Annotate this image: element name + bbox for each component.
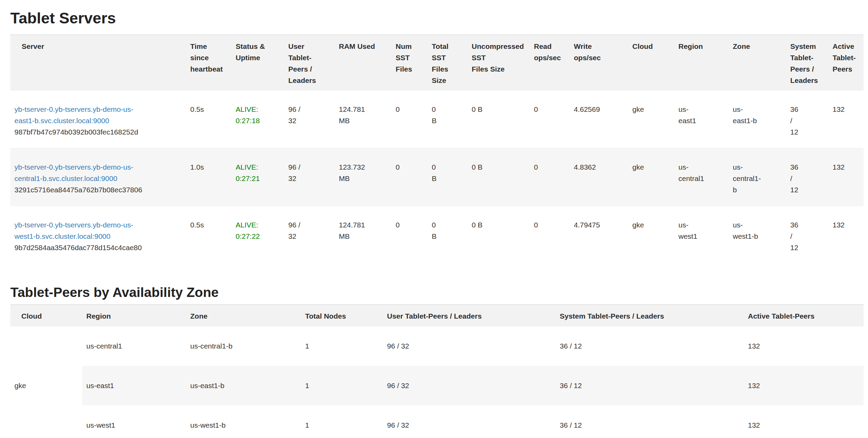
col-active-tablet-peers: Active Tablet-Peers: [828, 35, 864, 90]
cell-ram-used: 124.781 MB: [335, 90, 392, 148]
tserver-uuid: 9b7d2584aa35476dac778d154c4cae80: [14, 242, 182, 253]
cell-system-tablet-peers: 36 / 12: [786, 90, 828, 148]
col-active-tablet-peers: Active Tablet-Peers: [744, 305, 864, 326]
cell-write-ops: 4.8362: [570, 148, 628, 206]
cell-ram-used: 123.732 MB: [335, 148, 392, 206]
col-server: Server: [10, 35, 186, 90]
cell-region: us-central1: [674, 148, 729, 206]
cell-user-tablet-peers: 96 / 32: [383, 366, 556, 405]
col-num-sst-files: Num SST Files: [392, 35, 428, 90]
col-cloud: Cloud: [628, 35, 674, 90]
cell-region: us-west1: [674, 206, 729, 264]
cell-time-since-heartbeat: 0.5s: [186, 90, 232, 148]
cell-total-nodes: 1: [301, 326, 383, 366]
col-system-tablet-peers: System Tablet-Peers / Leaders: [556, 305, 744, 326]
cell-total-sst-files-size: 0 B: [428, 206, 468, 264]
cell-active-tablet-peers: 132: [744, 405, 864, 438]
cell-cloud: gke: [628, 148, 674, 206]
col-region: Region: [82, 305, 186, 326]
cell-active-tablet-peers: 132: [828, 90, 864, 148]
tablet-servers-table: Server Time since heartbeat Status & Upt…: [10, 34, 864, 264]
cell-system-tablet-peers: 36 / 12: [556, 326, 744, 366]
tablet-servers-header-row: Server Time since heartbeat Status & Upt…: [10, 35, 864, 90]
cell-user-tablet-peers: 96 / 32: [284, 148, 335, 206]
cell-system-tablet-peers: 36 / 12: [556, 366, 744, 405]
cell-read-ops: 0: [530, 206, 570, 264]
cell-system-tablet-peers: 36 / 12: [786, 148, 828, 206]
col-user-tablet-peers: User Tablet-Peers / Leaders: [383, 305, 556, 326]
tserver-address-link[interactable]: yb-tserver-0.yb-tservers.yb-demo-us-east…: [14, 105, 133, 125]
cell-zone: us-west1-b: [186, 405, 301, 438]
cell-system-tablet-peers: 36 / 12: [786, 206, 828, 264]
tserver-row: yb-tserver-0.yb-tservers.yb-demo-us-west…: [10, 206, 864, 264]
cell-server: yb-tserver-0.yb-tservers.yb-demo-us-cent…: [10, 148, 186, 206]
col-region: Region: [674, 35, 729, 90]
cell-status-uptime: ALIVE: 0:27:21: [232, 148, 284, 206]
cell-status-uptime: ALIVE: 0:27:22: [232, 206, 284, 264]
col-cloud: Cloud: [10, 305, 82, 326]
cell-user-tablet-peers: 96 / 32: [383, 405, 556, 438]
cell-cloud: gke: [628, 90, 674, 148]
cell-user-tablet-peers: 96 / 32: [284, 206, 335, 264]
cell-num-sst-files: 0: [392, 148, 428, 206]
cell-user-tablet-peers: 96 / 32: [284, 90, 335, 148]
cell-server: yb-tserver-0.yb-tservers.yb-demo-us-east…: [10, 90, 186, 148]
col-zone: Zone: [729, 35, 786, 90]
cell-num-sst-files: 0: [392, 206, 428, 264]
cell-total-sst-files-size: 0 B: [428, 90, 468, 148]
cell-total-sst-files-size: 0 B: [428, 148, 468, 206]
tserver-uuid: 3291c5716ea84475a762b7b08ec37806: [14, 184, 182, 195]
cell-write-ops: 4.79475: [570, 206, 628, 264]
zone-row: us-east1 us-east1-b 1 96 / 32 36 / 12 13…: [10, 366, 864, 405]
col-total-nodes: Total Nodes: [301, 305, 383, 326]
tserver-address-link[interactable]: yb-tserver-0.yb-tservers.yb-demo-us-cent…: [14, 163, 133, 182]
cell-cloud: gke: [628, 206, 674, 264]
cell-uncompressed-sst-files-size: 0 B: [468, 148, 530, 206]
tserver-row: yb-tserver-0.yb-tservers.yb-demo-us-east…: [10, 90, 864, 148]
col-total-sst-files-size: Total SST Files Size: [428, 35, 468, 90]
col-status-uptime: Status & Uptime: [232, 35, 284, 90]
cell-region: us-east1: [82, 366, 186, 405]
cell-active-tablet-peers: 132: [744, 326, 864, 366]
tablet-peers-by-zone-table: Cloud Region Zone Total Nodes User Table…: [10, 304, 864, 438]
cell-num-sst-files: 0: [392, 90, 428, 148]
cell-total-nodes: 1: [301, 366, 383, 405]
cell-zone: us-east1-b: [729, 90, 786, 148]
col-uncompressed-sst-files-size: Uncompressed SST Files Size: [468, 35, 530, 90]
tserver-uuid: 987bf7b47c974b0392b003fec168252d: [14, 126, 182, 138]
cell-total-nodes: 1: [301, 405, 383, 438]
cell-zone: us-west1-b: [729, 206, 786, 264]
cell-status-uptime: ALIVE: 0:27:18: [232, 90, 284, 148]
tablet-servers-title: Tablet Servers: [10, 10, 868, 27]
tablet-peers-by-zone-title: Tablet-Peers by Availability Zone: [10, 285, 868, 300]
cell-ram-used: 124.781 MB: [335, 206, 392, 264]
col-time-since-heartbeat: Time since heartbeat: [186, 35, 232, 90]
cell-cloud: gke: [10, 326, 82, 438]
cell-zone: us-central1-b: [186, 326, 301, 366]
cell-active-tablet-peers: 132: [828, 148, 864, 206]
cell-active-tablet-peers: 132: [744, 366, 864, 405]
cell-active-tablet-peers: 132: [828, 206, 864, 264]
cell-uncompressed-sst-files-size: 0 B: [468, 206, 530, 264]
col-read-ops: Read ops/sec: [530, 35, 570, 90]
cell-system-tablet-peers: 36 / 12: [556, 405, 744, 438]
cell-read-ops: 0: [530, 148, 570, 206]
cell-zone: us-east1-b: [186, 366, 301, 405]
tserver-row: yb-tserver-0.yb-tservers.yb-demo-us-cent…: [10, 148, 864, 206]
col-write-ops: Write ops/sec: [570, 35, 628, 90]
cell-region: us-central1: [82, 326, 186, 366]
cell-region: us-east1: [674, 90, 729, 148]
zone-row: us-west1 us-west1-b 1 96 / 32 36 / 12 13…: [10, 405, 864, 438]
tserver-address-link[interactable]: yb-tserver-0.yb-tservers.yb-demo-us-west…: [14, 221, 133, 240]
cell-time-since-heartbeat: 1.0s: [186, 148, 232, 206]
cell-read-ops: 0: [530, 90, 570, 148]
col-zone: Zone: [186, 305, 301, 326]
cell-server: yb-tserver-0.yb-tservers.yb-demo-us-west…: [10, 206, 186, 264]
cell-uncompressed-sst-files-size: 0 B: [468, 90, 530, 148]
cell-write-ops: 4.62569: [570, 90, 628, 148]
cell-zone: us-central1-b: [729, 148, 786, 206]
cell-user-tablet-peers: 96 / 32: [383, 326, 556, 366]
col-ram-used: RAM Used: [335, 35, 392, 90]
zone-table-header-row: Cloud Region Zone Total Nodes User Table…: [10, 305, 864, 326]
cell-region: us-west1: [82, 405, 186, 438]
